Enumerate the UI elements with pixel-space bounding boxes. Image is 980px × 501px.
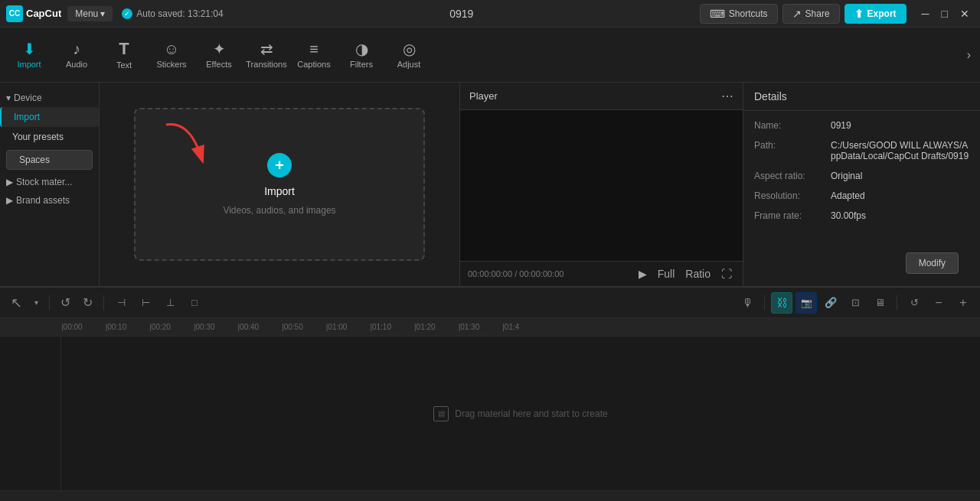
toolbar-import[interactable]: ⬇ Import [6, 31, 52, 80]
shortcuts-button[interactable]: ⌨ Shortcuts [700, 4, 778, 24]
content-area: + Import Videos, audios, and images [100, 83, 459, 286]
expand-player-button[interactable]: ⛶ [718, 266, 735, 281]
toolbar-separator-1 [49, 295, 50, 311]
zoom-out-button[interactable]: − [928, 292, 949, 314]
resolution-label: Resolution: [754, 190, 831, 201]
export-button[interactable]: ⬆ Export [844, 4, 906, 24]
spaces-button[interactable]: Spaces [6, 150, 93, 170]
detail-resolution-row: Resolution: Adapted [754, 190, 969, 201]
text-icon: T [119, 41, 129, 57]
audio-label: Audio [66, 60, 87, 69]
captions-icon: ≡ [309, 41, 318, 57]
import-plus-icon: + [267, 153, 292, 177]
align-center-button[interactable]: ⊡ [844, 292, 866, 314]
toolbar-audio[interactable]: ♪ Audio [54, 31, 100, 80]
modify-button[interactable]: Modify [906, 252, 959, 274]
ruler-mark-10: |01:4 [502, 323, 542, 331]
link-clips-button[interactable]: ⛓ [771, 292, 792, 314]
mic-button[interactable]: 🎙 [737, 292, 758, 314]
device-section-header[interactable]: ▾ Device [0, 89, 99, 107]
ruler-mark-0: |00:00 [61, 323, 106, 331]
ruler-mark-9: |01:30 [459, 323, 503, 331]
close-button[interactable]: ✕ [956, 6, 974, 21]
timeline-ruler: |00:00 |00:10 |00:20 |00:30 |00:40 |00:5… [0, 318, 980, 337]
maximize-button[interactable]: □ [937, 6, 952, 21]
detail-aspect-row: Aspect ratio: Original [754, 171, 969, 181]
toolbar-adjust[interactable]: ◎ Adjust [386, 31, 432, 80]
toolbar-text[interactable]: T Text [101, 31, 147, 80]
ratio-button[interactable]: Ratio [682, 266, 714, 281]
transitions-label: Transitions [246, 60, 286, 69]
framerate-label: Frame rate: [754, 210, 831, 221]
player-menu-button[interactable]: ⋯ [721, 89, 733, 103]
ruler-mark-6: |01:00 [326, 323, 371, 331]
titlebar-actions: ⌨ Shortcuts ↗ Share ⬆ Export ─ □ ✕ [700, 4, 974, 24]
aspect-label: Aspect ratio: [754, 171, 831, 181]
resolution-value: Adapted [831, 190, 865, 201]
chain-button[interactable]: 🔗 [820, 292, 841, 314]
text-label: Text [116, 60, 132, 70]
player-buttons: ▶ Full Ratio ⛶ [635, 266, 735, 281]
path-value: C:/Users/GOOD WILL ALWAYS/AppData/Local/… [831, 140, 969, 161]
logo-text: CapCut [26, 8, 61, 19]
play-button[interactable]: ▶ [635, 266, 650, 281]
menu-button[interactable]: Menu ▾ [67, 6, 113, 21]
brand-section-header[interactable]: ▶ Brand assets [0, 191, 99, 210]
select-tool-button[interactable]: ↖ [6, 291, 27, 314]
split-after-button[interactable]: ⊢ [135, 292, 156, 314]
toolbar-transitions[interactable]: ⇄ Transitions [243, 31, 289, 80]
player-viewport [460, 110, 743, 261]
screen-button[interactable]: 🖥 [869, 292, 890, 314]
toolbar-filters[interactable]: ◑ Filters [338, 31, 384, 80]
fullscreen-label-button[interactable]: Full [655, 266, 678, 281]
presets-nav-button[interactable]: Your presets [0, 127, 99, 147]
details-body: Name: 0919 Path: C:/Users/GOOD WILL ALWA… [743, 111, 980, 240]
aspect-value: Original [831, 171, 862, 181]
name-value: 0919 [831, 120, 851, 131]
stickers-icon: ☺ [164, 41, 179, 57]
player-controls: 00:00:00:00 / 00:00:00:00 ▶ Full Ratio ⛶ [460, 261, 743, 286]
effects-icon: ✦ [213, 41, 226, 57]
track-labels [0, 337, 61, 490]
app-logo: CC CapCut [6, 5, 61, 22]
toolbar-stickers[interactable]: ☺ Stickers [149, 31, 194, 80]
split-button[interactable]: ⊥ [159, 292, 181, 314]
import-drop-zone[interactable]: + Import Videos, audios, and images [134, 108, 425, 261]
toolbar-captions[interactable]: ≡ Captions [291, 31, 337, 80]
camera-capture-button[interactable]: 📷 [795, 292, 817, 314]
import-subtitle: Videos, audios, and images [223, 205, 335, 216]
toolbar-effects[interactable]: ✦ Effects [196, 31, 242, 80]
stock-section-header[interactable]: ▶ Stock mater... [0, 173, 99, 191]
import-icon: ⬇ [23, 41, 36, 57]
main-toolbar: ⬇ Import ♪ Audio T Text ☺ Stickers ✦ Eff… [0, 28, 980, 83]
framerate-value: 30.00fps [831, 210, 866, 221]
brand-label: Brand assets [16, 195, 70, 206]
ruler-mark-2: |00:20 [149, 323, 194, 331]
adjust-label: Adjust [397, 60, 421, 69]
window-controls: ─ □ ✕ [917, 6, 974, 21]
minimize-button[interactable]: ─ [917, 6, 934, 21]
timeline: ↖ ▾ ↺ ↻ ⊣ ⊢ ⊥ □ 🎙 ⛓ 📷 🔗 ⊡ 🖥 ↺ − + |00:00… [0, 287, 980, 501]
import-nav-button[interactable]: Import [0, 107, 99, 127]
project-title: 0919 [230, 8, 694, 20]
name-label: Name: [754, 120, 831, 131]
split-before-button[interactable]: ⊣ [110, 292, 132, 314]
detail-path-row: Path: C:/Users/GOOD WILL ALWAYS/AppData/… [754, 140, 969, 161]
timeline-scrollbar[interactable] [0, 490, 980, 501]
delete-button[interactable]: □ [184, 292, 205, 314]
zoom-in-button[interactable]: + [952, 292, 974, 314]
redo-button[interactable]: ↻ [78, 292, 97, 313]
import-label: Import [17, 60, 41, 69]
effects-label: Effects [206, 60, 231, 69]
undo-button[interactable]: ↺ [56, 292, 75, 313]
details-title: Details [743, 83, 980, 111]
device-arrow: ▾ [6, 93, 11, 103]
ruler-mark-1: |00:10 [106, 323, 150, 331]
select-dropdown-button[interactable]: ▾ [30, 295, 43, 310]
share-button[interactable]: ↗ Share [782, 4, 840, 24]
ruler-mark-4: |00:40 [238, 323, 283, 331]
undo-history-button[interactable]: ↺ [903, 292, 925, 314]
toolbar-expand-button[interactable]: › [964, 45, 974, 65]
stock-arrow: ▶ [6, 177, 13, 187]
track-content: ▤ Drag material here and start to create [61, 337, 980, 490]
